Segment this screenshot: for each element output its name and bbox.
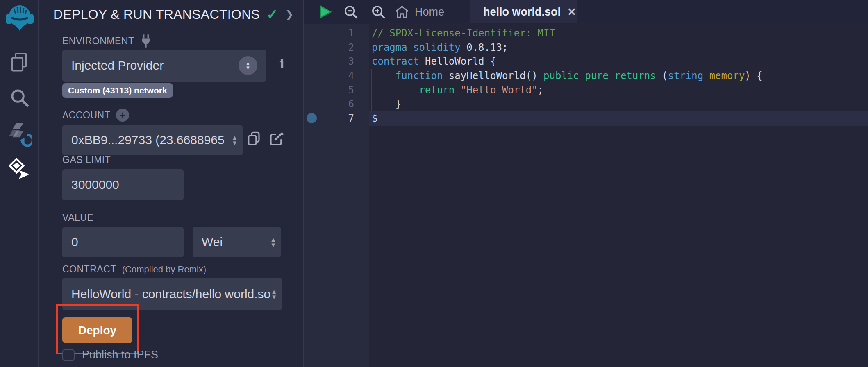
down-arrow-icon: ▼ xyxy=(271,294,277,299)
panel-title: DEPLOY & RUN TRANSACTIONS ✓ ❯ xyxy=(53,6,303,23)
sidebar-item-file-explorer[interactable] xyxy=(0,51,39,72)
publish-ipfs-label: Publish to IPFS xyxy=(82,349,158,361)
zoom-out-button[interactable] xyxy=(343,5,358,19)
tab-hello-world-sol[interactable]: hello world.sol ✕ xyxy=(470,0,577,23)
tab-hello-world-sol-label: hello world.sol xyxy=(483,6,561,18)
code-line[interactable]: } xyxy=(372,97,868,111)
gas-limit-label: GAS LIMIT xyxy=(62,154,111,165)
code-token: returns xyxy=(614,70,656,82)
code-lines[interactable]: // SPDX-License-Identifier: MITpragma so… xyxy=(372,26,868,126)
value-label-text: VALUE xyxy=(62,212,93,223)
add-account-button[interactable]: + xyxy=(116,109,129,122)
editor-tabbar: Home hello world.sol ✕ xyxy=(304,0,868,23)
code-token: ( xyxy=(656,70,668,82)
account-select-stepper-icon: ▲ ▼ xyxy=(230,135,238,145)
code-token: ; xyxy=(538,84,543,96)
gas-limit-label-text: GAS LIMIT xyxy=(62,154,111,165)
value-unit-selected: Wei xyxy=(202,235,223,249)
zoom-out-icon xyxy=(343,5,358,19)
plus-icon: + xyxy=(119,109,126,122)
activity-bar xyxy=(0,0,39,367)
value-amount: 0 xyxy=(71,235,78,249)
code-line[interactable]: pragma solidity 0.8.13; xyxy=(372,41,868,55)
remix-logo[interactable] xyxy=(0,3,39,32)
contract-selected-value: HelloWorld - contracts/hello world.sol xyxy=(71,287,273,301)
code-token: $ xyxy=(372,113,377,124)
line-number[interactable]: 1 xyxy=(304,26,354,41)
code-token xyxy=(372,84,419,96)
environment-info-icon[interactable]: i xyxy=(279,56,284,72)
zoom-in-button[interactable] xyxy=(371,5,386,19)
sidebar-item-solidity-compiler[interactable] xyxy=(0,122,39,147)
publish-ipfs-row: Publish to IPFS xyxy=(62,349,158,361)
copy-account-button[interactable] xyxy=(247,131,261,147)
code-line[interactable]: function sayHelloWorld() public pure ret… xyxy=(372,69,868,83)
compile-success-check-icon: ✓ xyxy=(266,6,278,23)
plug-icon xyxy=(140,34,152,48)
copy-icon xyxy=(247,131,261,147)
environment-selected-value: Injected Provider xyxy=(71,59,164,72)
play-icon xyxy=(318,5,332,19)
editor-pane: Home hello world.sol ✕ 1234567 // SPDX-L… xyxy=(303,0,868,367)
code-token: solidity xyxy=(413,42,461,53)
publish-ipfs-checkbox[interactable] xyxy=(62,349,75,361)
code-token xyxy=(407,42,413,53)
remix-logo-icon xyxy=(5,3,34,32)
code-editor[interactable]: 1234567 // SPDX-License-Identifier: MITp… xyxy=(304,24,868,367)
gutter-numbers[interactable]: 1234567 xyxy=(304,26,354,126)
account-select[interactable]: 0xBB9...29733 (23.6688965 ▲ ▼ xyxy=(62,125,243,155)
line-number[interactable]: 3 xyxy=(304,54,354,69)
contract-label-note: (Compiled by Remix) xyxy=(122,264,206,275)
code-token: memory xyxy=(709,70,745,82)
environment-select-stepper-icon: ▲ ▼ xyxy=(239,56,257,75)
code-line[interactable]: return "Hello World"; xyxy=(372,83,868,97)
code-token: public xyxy=(543,70,579,82)
line-number[interactable]: 2 xyxy=(304,41,354,55)
value-input[interactable]: 0 xyxy=(62,227,184,257)
down-arrow-icon: ▼ xyxy=(232,140,238,145)
network-badge: Custom (43113) network xyxy=(62,83,173,98)
zoom-in-icon xyxy=(371,5,386,19)
value-unit-select[interactable]: Wei ▲ ▼ xyxy=(193,227,281,257)
code-token: 0.8.13; xyxy=(461,42,508,53)
code-token xyxy=(703,70,709,82)
code-token: "Hello World" xyxy=(461,84,538,96)
code-token: string xyxy=(668,70,704,82)
code-token xyxy=(454,84,460,96)
home-icon xyxy=(395,5,409,18)
edit-account-button[interactable] xyxy=(268,131,284,147)
gas-limit-input[interactable]: 3000000 xyxy=(62,169,184,200)
run-script-button[interactable] xyxy=(318,5,332,19)
down-arrow-icon: ▼ xyxy=(245,66,251,70)
code-token: HelloWorld { xyxy=(419,56,496,67)
code-line[interactable]: contract HelloWorld { xyxy=(372,54,868,69)
value-unit-stepper-icon: ▲ ▼ xyxy=(268,237,276,247)
code-token: return xyxy=(419,84,455,96)
code-token: contract xyxy=(372,56,419,67)
code-token: function xyxy=(395,70,443,82)
line-number[interactable]: 6 xyxy=(304,97,354,111)
code-token: ) { xyxy=(745,70,762,82)
sidebar-item-deploy-run[interactable] xyxy=(0,158,39,180)
sidebar-item-search[interactable] xyxy=(0,87,39,109)
deploy-run-icon xyxy=(9,158,31,180)
code-line[interactable]: $ xyxy=(372,111,868,126)
account-selected-value: 0xBB9...29733 (23.6688965 xyxy=(71,133,225,147)
code-token: sayHelloWorld() xyxy=(443,70,543,82)
close-tab-icon[interactable]: ✕ xyxy=(567,6,576,18)
gas-limit-value: 3000000 xyxy=(71,178,119,192)
tab-home[interactable]: Home xyxy=(395,0,444,23)
line-number[interactable]: 4 xyxy=(304,69,354,83)
account-label: ACCOUNT + xyxy=(62,109,129,122)
line-number[interactable]: 7 xyxy=(304,111,354,126)
code-token xyxy=(372,70,395,82)
code-token xyxy=(579,70,585,82)
deploy-button[interactable]: Deploy xyxy=(62,317,132,343)
code-token: } xyxy=(372,98,401,110)
collapse-panel-chevron-icon[interactable]: ❯ xyxy=(285,8,294,21)
environment-select[interactable]: Injected Provider ▲ ▼ xyxy=(62,50,266,82)
file-explorer-icon xyxy=(9,51,30,72)
line-number[interactable]: 5 xyxy=(304,83,354,97)
code-line[interactable]: // SPDX-License-Identifier: MIT xyxy=(372,26,868,41)
environment-label-text: ENVIRONMENT xyxy=(62,36,134,47)
